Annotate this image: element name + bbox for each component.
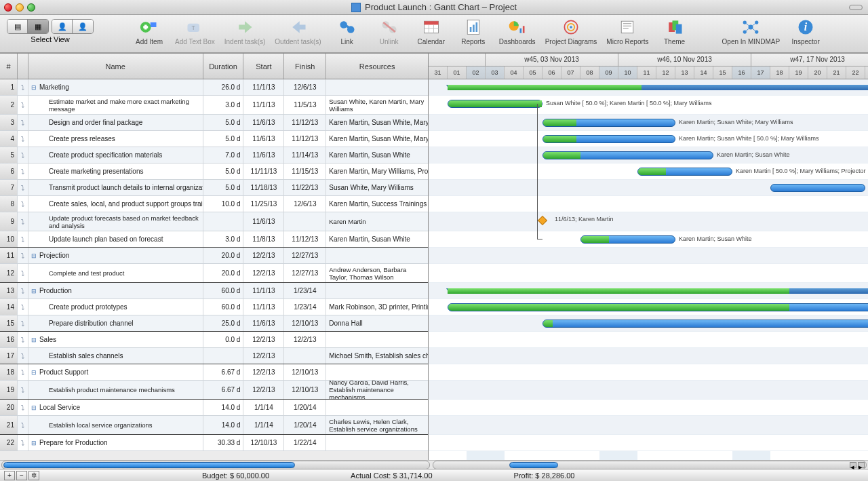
micro-reports-button[interactable]: Micro Reports xyxy=(606,18,648,45)
gantt-row[interactable] xyxy=(429,212,868,231)
task-duration[interactable]: 25.0 d xyxy=(203,315,244,331)
task-row[interactable]: 12⤵Complete and test product20.0 d12/2/1… xyxy=(0,264,428,283)
task-row[interactable]: 10⤵Update launch plan based on forecast3… xyxy=(0,231,428,248)
task-finish[interactable]: 12/10/13 xyxy=(284,315,326,331)
task-bar[interactable] xyxy=(770,184,865,192)
task-finish[interactable]: 12/2/13 xyxy=(284,332,326,347)
outline-icon[interactable]: ⤵ xyxy=(18,416,28,434)
task-name[interactable]: Transmit product launch details to inter… xyxy=(28,180,203,195)
view-segment-gantt-icon[interactable]: ▦ xyxy=(28,20,48,33)
collapse-icon[interactable]: ⊟ xyxy=(31,440,37,446)
task-duration[interactable]: 5.0 d xyxy=(203,180,244,195)
task-bar[interactable]: Karen Martin; Susan White xyxy=(542,151,713,159)
task-duration[interactable]: 20.0 d xyxy=(203,264,244,282)
col-duration[interactable]: Duration xyxy=(203,54,244,79)
task-finish[interactable]: 12/6/13 xyxy=(284,79,326,95)
task-row[interactable]: 22⤵⊟Prepare for Production30.33 d12/10/1… xyxy=(0,435,428,451)
task-row[interactable]: 3⤵Design and order final package5.0 d11/… xyxy=(0,115,428,131)
task-finish[interactable]: 11/5/13 xyxy=(284,96,326,114)
reports-button[interactable]: Reports xyxy=(457,18,490,45)
task-duration[interactable]: 26.0 d xyxy=(203,79,244,95)
task-row[interactable]: 11⤵⊟Projection20.0 d12/2/1312/27/13 xyxy=(0,248,428,264)
outline-icon[interactable]: ⤵ xyxy=(18,196,28,212)
task-duration[interactable]: 10.0 d xyxy=(203,196,244,212)
task-name[interactable]: ⊟Product Support xyxy=(28,364,203,380)
task-resources[interactable] xyxy=(326,400,428,415)
task-name[interactable]: ⊟Local Service xyxy=(28,400,203,415)
task-finish[interactable]: 11/14/13 xyxy=(284,147,326,163)
task-row[interactable]: 21⤵Establish local service organizations… xyxy=(0,416,428,435)
task-resources[interactable] xyxy=(326,283,428,299)
task-row[interactable]: 17⤵Establish sales channels12/2/13Michae… xyxy=(0,348,428,364)
col-finish[interactable]: Finish xyxy=(284,54,326,79)
task-row[interactable]: 16⤵⊟Sales0.0 d12/2/1312/2/13 xyxy=(0,332,428,348)
gantt-body[interactable]: Susan White [ 50.0 %]; Karen Martin [ 50… xyxy=(429,79,868,460)
task-resources[interactable]: Susan White, Mary Williams xyxy=(326,180,428,195)
task-duration[interactable] xyxy=(203,212,244,231)
task-resources[interactable]: Andrew Anderson, Barbara Taylor, Thomas … xyxy=(326,264,428,282)
collapse-icon[interactable]: ⊟ xyxy=(31,336,37,343)
gantt-row[interactable] xyxy=(429,400,868,416)
gantt-row[interactable] xyxy=(429,332,868,348)
task-row[interactable]: 15⤵Prepare distribution channel25.0 d11/… xyxy=(0,315,428,332)
outline-icon[interactable]: ⤵ xyxy=(18,96,28,114)
task-name[interactable]: Create press releases xyxy=(28,131,203,147)
col-name[interactable]: Name xyxy=(28,54,203,79)
task-finish[interactable]: 12/10/13 xyxy=(284,381,326,399)
task-row[interactable]: 14⤵Create product prototypes60.0 d11/1/1… xyxy=(0,299,428,315)
unlink-button[interactable]: Unlink xyxy=(373,18,406,45)
task-row[interactable]: 13⤵⊟Production60.0 d11/1/131/23/14 xyxy=(0,283,428,299)
task-duration[interactable] xyxy=(203,348,244,364)
outline-icon[interactable]: ⤵ xyxy=(18,381,28,399)
task-duration[interactable]: 5.0 d xyxy=(203,115,244,130)
task-name[interactable]: ⊟Projection xyxy=(28,248,203,263)
gantt-row[interactable] xyxy=(429,435,868,451)
outline-icon[interactable]: ⤵ xyxy=(18,283,28,299)
outline-icon[interactable]: ⤵ xyxy=(18,147,28,163)
task-start[interactable]: 12/10/13 xyxy=(243,435,284,450)
task-start[interactable]: 11/1/13 xyxy=(243,79,284,95)
task-bar[interactable] xyxy=(542,320,868,328)
link-button[interactable]: Link xyxy=(331,18,363,45)
task-resources[interactable]: Karen Martin, Susan White xyxy=(326,231,428,247)
indent-button[interactable]: Indent task(s) xyxy=(224,18,266,45)
task-finish[interactable]: 11/15/13 xyxy=(284,163,326,179)
gantt-h-scrollbar[interactable]: ◂▸ xyxy=(433,461,867,469)
status-remove-button[interactable]: − xyxy=(16,471,27,480)
task-start[interactable]: 11/1/13 xyxy=(243,96,284,114)
task-row[interactable]: 18⤵⊟Product Support6.67 d12/2/1312/10/13 xyxy=(0,364,428,381)
outline-icon[interactable]: ⤵ xyxy=(18,264,28,282)
task-name[interactable]: ⊟Marketing xyxy=(28,79,203,95)
outline-icon[interactable]: ⤵ xyxy=(18,79,28,95)
task-finish[interactable]: 12/27/13 xyxy=(284,248,326,263)
gantt-row[interactable] xyxy=(429,264,868,283)
view-segmented-control-2[interactable]: 👤 👤 xyxy=(52,19,94,34)
task-resources[interactable] xyxy=(326,248,428,263)
col-resources[interactable]: Resources xyxy=(326,54,428,79)
view-segmented-control[interactable]: ▤ ▦ xyxy=(7,19,49,34)
task-bar[interactable]: Karen Martin [ 50.0 %]; Mary Williams; P… xyxy=(637,168,732,176)
task-duration[interactable]: 60.0 d xyxy=(203,299,244,315)
task-start[interactable]: 12/2/13 xyxy=(243,248,284,263)
task-row[interactable]: 6⤵Create marketing presentations5.0 d11/… xyxy=(0,163,428,180)
outline-icon[interactable]: ⤵ xyxy=(18,332,28,347)
task-resources[interactable]: Karen Martin, Susan White xyxy=(326,147,428,163)
task-bar[interactable] xyxy=(448,303,868,311)
task-name[interactable]: Establish sales channels xyxy=(28,348,203,364)
task-duration[interactable]: 60.0 d xyxy=(203,283,244,299)
task-finish[interactable]: 1/20/14 xyxy=(284,416,326,434)
outline-icon[interactable]: ⤵ xyxy=(18,435,28,450)
task-resources[interactable]: Michael Smith, Establish sales channels xyxy=(326,348,428,364)
task-bar[interactable]: Karen Martin; Susan White xyxy=(580,235,675,244)
col-outline[interactable] xyxy=(18,54,28,79)
task-row[interactable]: 1⤵⊟Marketing26.0 d11/1/1312/6/13 xyxy=(0,79,428,96)
outline-icon[interactable]: ⤵ xyxy=(18,231,28,247)
gantt-row[interactable] xyxy=(429,381,868,400)
outline-icon[interactable]: ⤵ xyxy=(18,299,28,315)
task-start[interactable]: 12/2/13 xyxy=(243,381,284,399)
task-duration[interactable]: 3.0 d xyxy=(203,96,244,114)
task-finish[interactable]: 11/22/13 xyxy=(284,180,326,195)
task-duration[interactable]: 14.0 d xyxy=(203,400,244,415)
task-start[interactable]: 11/8/13 xyxy=(243,231,284,247)
outline-icon[interactable]: ⤵ xyxy=(18,180,28,195)
